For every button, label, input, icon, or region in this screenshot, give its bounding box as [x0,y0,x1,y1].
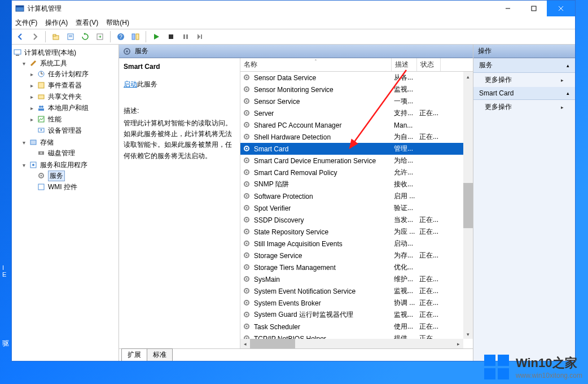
service-row[interactable]: SNMP 陷阱接收... [240,178,473,190]
service-row[interactable]: Smart Card管理... [240,143,473,155]
up-button[interactable] [50,30,62,43]
menu-file[interactable]: 文件(F) [15,18,37,28]
actions-section-smartcard[interactable]: Smart Card▴ [473,87,575,100]
gear-icon [243,228,252,237]
service-row[interactable]: System Events Broker协调 ...正在... [240,297,473,309]
service-row[interactable]: Sensor Monitoring Service监视... [240,84,473,95]
svg-rect-21 [16,55,19,56]
scroll-thumb[interactable] [463,183,473,228]
service-row[interactable]: Smart Card Removal Policy允许... [240,167,473,178]
stop-service-button[interactable] [165,30,177,43]
tree-device-manager[interactable]: 设备管理器 [29,125,117,136]
svg-rect-18 [186,34,188,39]
gear-icon [243,73,252,82]
service-name: Smart Card Removal Policy [254,169,394,177]
desktop-text-3: 驱 [2,339,9,348]
col-name[interactable]: ˆ名称 [240,58,392,71]
service-desc: Man... [394,121,419,129]
service-row[interactable]: Storage Tiers Management优化... [240,261,473,273]
service-name: System Event Notification Service [254,287,394,295]
service-desc: 从各... [394,73,419,82]
close-button[interactable] [547,1,575,16]
tree-task-scheduler[interactable]: ▸任务计划程序 [29,69,117,79]
services-pane: 服务 Smart Card 启动此服务 描述: 管理此计算机对智能卡的读取访问。… [119,45,473,361]
menubar: 文件(F) 操作(A) 查看(V) 帮助(H) [12,16,575,29]
start-service-button[interactable] [150,30,163,43]
toolbar: ? [12,29,575,45]
service-row[interactable]: Task Scheduler使用...正在... [240,321,473,333]
menu-action[interactable]: 操作(A) [45,18,68,28]
actions-section-services[interactable]: 服务▴ [473,58,575,73]
start-link[interactable]: 启动 [124,80,137,88]
tree-services[interactable]: 服务 [29,171,117,181]
service-row[interactable]: Smart Card Device Enumeration Service为给.… [240,155,473,167]
service-row[interactable]: Still Image Acquisition Events启动... [240,238,473,250]
titlebar[interactable]: 计算机管理 [12,1,575,16]
export-button[interactable] [94,30,106,43]
tree-wmi[interactable]: WMI 控件 [29,182,117,192]
tree-disk-mgmt[interactable]: 磁盘管理 [29,148,117,158]
svg-point-76 [246,278,248,280]
service-row[interactable]: System Event Notification Service监视...正在… [240,285,473,297]
service-row[interactable]: SysMain维护...正在... [240,273,473,285]
maximize-button[interactable] [521,1,547,16]
restart-service-button[interactable] [194,30,207,43]
service-row[interactable]: Server支持...正在... [240,107,473,119]
service-desc: 为给... [394,156,419,165]
help-button[interactable]: ? [115,30,127,43]
service-row[interactable]: State Repository Service为应 ...正在... [240,226,473,238]
tree-shared-folders[interactable]: ▸共享文件夹 [29,91,117,102]
tree-storage[interactable]: ▾存储 [21,137,117,147]
menu-help[interactable]: 帮助(H) [106,18,129,28]
svg-point-54 [246,147,248,149]
minimize-button[interactable] [495,1,521,16]
horizontal-scrollbar[interactable]: ◂▸ [240,339,463,348]
service-name: Shell Hardware Detection [254,133,394,141]
detail-panel: Smart Card 启动此服务 描述: 管理此计算机对智能卡的读取访问。如果此… [119,58,240,348]
service-name: Spot Verifier [254,204,394,212]
tab-extended[interactable]: 扩展 [121,348,147,361]
hscroll-thumb[interactable] [250,339,295,348]
actions-more-1[interactable]: 更多操作▸ [473,73,575,87]
forward-button[interactable] [29,30,41,43]
service-row[interactable]: Sensor Service一项... [240,95,473,107]
tree-local-users[interactable]: ▸本地用户和组 [29,103,117,113]
tree-services-apps[interactable]: ▾服务和应用程序 [21,160,117,170]
tree-performance[interactable]: ▸性能 [29,114,117,124]
vertical-scrollbar[interactable]: ▴▾ [463,72,473,339]
svg-point-64 [246,207,248,208]
service-row[interactable]: Spot Verifier验证... [240,202,473,214]
service-row[interactable]: System Guard 运行时监视器代理监视...正在... [240,309,473,321]
gear-icon [243,204,252,213]
col-status[interactable]: 状态 [417,58,441,71]
tree-event-viewer[interactable]: ▸事件查看器 [29,80,117,90]
tree-system-tools[interactable]: ▾系统工具 [21,58,117,68]
menu-view[interactable]: 查看(V) [76,18,98,28]
svg-point-66 [246,219,248,220]
svg-point-25 [39,106,41,108]
refresh-button[interactable] [79,30,91,43]
tab-standard[interactable]: 标准 [147,348,173,361]
tree-root[interactable]: 计算机管理(本地) [13,47,117,58]
pause-service-button[interactable] [179,30,192,43]
service-row[interactable]: TCP/IP NetBIOS Helper提供...正在... [240,333,473,339]
service-row[interactable]: Shared PC Account ManagerMan... [240,119,473,131]
gear-icon [243,156,252,165]
properties-button[interactable] [64,30,77,43]
services-apps-icon [29,160,38,169]
back-button[interactable] [14,30,27,43]
service-row[interactable]: SSDP Discovery当发...正在... [240,214,473,226]
show-hide-button[interactable] [129,30,142,43]
tools-icon [29,59,38,68]
actions-more-2[interactable]: 更多操作▸ [473,100,575,114]
computer-icon [13,48,22,57]
event-icon [37,81,46,90]
service-status: 正在... [419,108,443,118]
service-row[interactable]: Sensor Data Service从各... [240,72,473,84]
tree-pane: 计算机管理(本地) ▾系统工具 ▸任务计划程序 ▸事件查看器 ▸共享文件夹 ▸本… [12,45,119,361]
service-row[interactable]: Shell Hardware Detection为自...正在... [240,131,473,143]
col-desc[interactable]: 描述 [392,58,417,71]
gear-icon [243,216,252,225]
service-row[interactable]: Software Protection启用 ... [240,190,473,202]
service-row[interactable]: Storage Service为存...正在... [240,250,473,261]
